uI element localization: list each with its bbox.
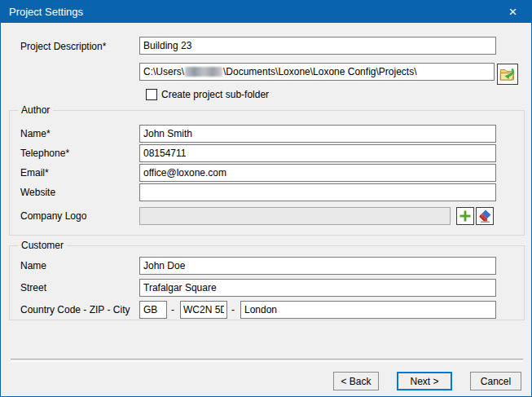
open-folder-icon [499, 67, 516, 82]
customer-name-label: Name [20, 260, 46, 271]
footer-separator [11, 359, 523, 362]
author-email-label: Email* [20, 167, 49, 179]
path-prefix: C:\Users\ [143, 66, 184, 77]
author-email-input[interactable] [139, 164, 496, 182]
location-separator: - [171, 304, 174, 315]
author-telephone-input[interactable] [139, 144, 496, 162]
create-subfolder-checkbox[interactable] [146, 89, 157, 100]
window-title: Project Settings [9, 6, 83, 18]
company-logo-field [139, 207, 451, 225]
cancel-button[interactable]: Cancel [470, 372, 521, 390]
customer-location-label: Country Code - ZIP - City [20, 304, 130, 315]
add-icon [459, 210, 472, 223]
project-path-field[interactable]: C:\Users\\Documents\Loxone\Loxone Config… [139, 63, 495, 81]
customer-name-input[interactable] [139, 257, 496, 275]
zip-input[interactable] [180, 301, 227, 319]
next-button[interactable]: Next > [397, 372, 452, 390]
browse-folder-button[interactable] [497, 64, 518, 85]
company-logo-label: Company Logo [20, 210, 86, 222]
back-button[interactable]: < Back [333, 372, 379, 390]
author-telephone-label: Telephone* [20, 148, 69, 159]
project-settings-dialog: Project Settings × Project Description* … [0, 0, 532, 397]
author-group-legend: Author [18, 104, 53, 116]
author-name-input[interactable] [139, 125, 496, 143]
customer-street-label: Street [20, 282, 46, 293]
author-website-input[interactable] [139, 183, 496, 201]
project-description-input[interactable] [139, 37, 496, 55]
location-separator: - [231, 304, 235, 315]
title-bar: Project Settings [1, 1, 531, 23]
country-code-input[interactable] [139, 301, 167, 319]
project-description-label: Project Description* [20, 41, 106, 52]
city-input[interactable] [240, 301, 496, 319]
eraser-icon [477, 209, 492, 223]
clear-logo-button[interactable] [476, 207, 494, 225]
path-suffix: \Documents\Loxone\Loxone Config\Projects… [223, 66, 416, 77]
customer-street-input[interactable] [139, 279, 496, 297]
create-subfolder-label: Create project sub-folder [161, 89, 269, 100]
add-logo-button[interactable] [456, 207, 474, 225]
close-button[interactable]: × [495, 1, 531, 23]
author-name-label: Name* [20, 128, 51, 139]
redacted-username [185, 67, 222, 77]
customer-group-legend: Customer [18, 240, 67, 251]
close-icon: × [509, 5, 517, 19]
author-website-label: Website [20, 187, 55, 198]
